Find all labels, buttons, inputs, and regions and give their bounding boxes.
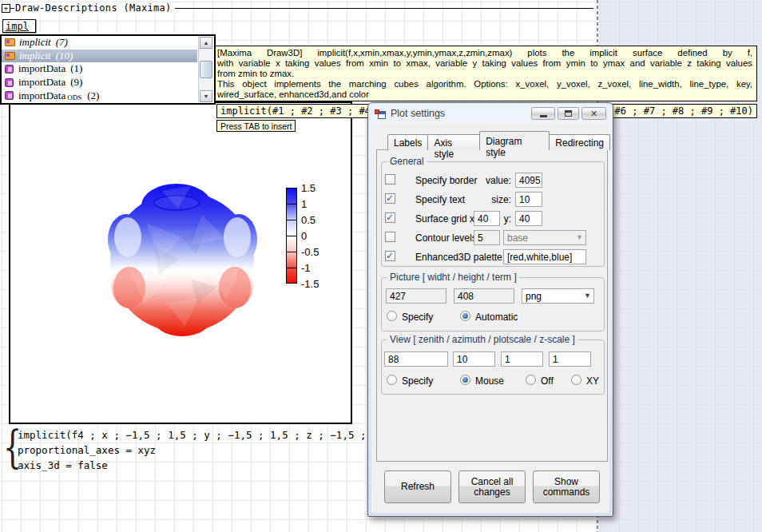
size-label: size:	[458, 194, 511, 205]
tab-labels[interactable]: Labels	[387, 134, 428, 150]
specify-text-checkbox[interactable]	[385, 193, 395, 204]
tooltip-line: wired_surface, enhanced3d,and color	[217, 89, 752, 100]
picture-height-field[interactable]: 408	[454, 288, 514, 304]
item-label: importData	[18, 62, 65, 75]
section-title: Draw-Descriptions (Maxima)	[14, 2, 175, 14]
plot-settings-dialog: Plot settings ✕ Labels Axis style Diagra…	[367, 102, 613, 517]
scroll-down-icon[interactable]: ▼	[200, 90, 212, 102]
plot-canvas[interactable]: 1.5 1 0.5 0 -0.5 -1 -1.5	[9, 101, 352, 424]
item-count: (2)	[87, 89, 99, 102]
autocomplete-item-selected[interactable]: implicit (10)	[2, 50, 197, 63]
autocomplete-item[interactable]: importData (1)	[2, 62, 197, 76]
view-mouse-radio[interactable]	[460, 375, 470, 385]
view-xy-label: XY	[586, 375, 599, 387]
autocomplete-item[interactable]: implicit (7)	[2, 36, 197, 50]
window-icon	[375, 109, 386, 119]
value-label: value:	[458, 175, 511, 186]
contour-type-select[interactable]: base ▼	[503, 230, 586, 245]
autocomplete-popup: implicit (7) implicit (10) importData (1…	[0, 34, 216, 105]
picture-automatic-radio[interactable]	[460, 311, 470, 321]
scroll-thumb[interactable]	[200, 61, 212, 78]
view-specify-radio[interactable]	[387, 375, 397, 385]
item-label: importData	[18, 76, 65, 89]
text-size-field[interactable]: 10	[515, 192, 542, 207]
data-icon	[5, 65, 14, 73]
show-commands-button[interactable]: Show commands	[533, 470, 600, 503]
tab-redirecting[interactable]: Redirecting	[549, 134, 610, 150]
surface-grid-label: Surface grid x:	[415, 213, 477, 224]
surface-grid-checkbox[interactable]	[385, 212, 395, 223]
colorbar-tick: -1	[301, 262, 333, 274]
contour-levels-checkbox[interactable]	[385, 232, 395, 242]
scrollbar[interactable]: ▲ ▼	[198, 37, 213, 102]
code-line[interactable]: implicit(f4 ; x ; −1,5 ; 1,5 ; y ; −1,5 …	[18, 429, 396, 441]
view-off-label: Off	[541, 375, 554, 387]
cell-input[interactable]: impl	[2, 19, 36, 33]
function-help-tooltip: [Maxima Draw3D] implicit(f,x,xmin,xmax,y…	[212, 46, 757, 101]
code-line[interactable]: proportional_axes = xyz	[18, 444, 156, 456]
autocomplete-item[interactable]: importData ODS (2)	[2, 89, 197, 102]
zenith-field[interactable]: 88	[384, 351, 448, 367]
section-collapse-icon[interactable]: +	[2, 4, 10, 13]
palette-field[interactable]: [red,white,blue]	[503, 249, 586, 264]
function-icon	[5, 52, 15, 60]
dialog-titlebar[interactable]: Plot settings ✕	[368, 103, 613, 124]
tab-page-diagram-style: General Specify border value: 4095 Speci…	[376, 149, 608, 462]
contour-levels-label: Contour levels:	[415, 232, 479, 244]
colorbar-tick: 1.5	[301, 182, 333, 194]
scroll-up-icon[interactable]: ▲	[200, 37, 212, 49]
implicit-surface	[10, 103, 351, 423]
enhanced3d-checkbox[interactable]	[385, 251, 395, 261]
minimize-button[interactable]	[531, 107, 555, 120]
azimuth-field[interactable]: 10	[453, 351, 495, 367]
tooltip-line: from zmin to zmax.	[217, 69, 752, 79]
view-off-radio[interactable]	[526, 375, 536, 385]
function-icon	[5, 38, 15, 46]
general-group-title: General	[387, 156, 427, 167]
item-count: (1)	[70, 62, 82, 75]
colorbar-tick: 0	[301, 230, 333, 242]
item-label: importData	[18, 89, 65, 102]
picture-term-select[interactable]: png ▼	[522, 288, 594, 304]
code-line[interactable]: axis_3d = false	[18, 459, 108, 471]
view-specify-label: Specify	[402, 375, 433, 387]
item-count: (9)	[70, 76, 82, 89]
y-label: y:	[490, 213, 511, 224]
dialog-client: Labels Axis style Diagram style Redirect…	[371, 124, 609, 513]
tab-axis-style[interactable]: Axis style	[427, 134, 480, 150]
colorbar-tick: 1	[301, 198, 333, 210]
minimize-icon	[540, 115, 547, 117]
border-value-field[interactable]: 4095	[515, 173, 542, 188]
item-label: implicit	[19, 50, 51, 62]
data-icon	[5, 78, 14, 87]
tooltip-line: [Maxima Draw3D] implicit(f,x,xmin,xmax,y…	[217, 48, 752, 58]
data-icon	[5, 91, 14, 100]
contour-levels-field[interactable]: 5	[474, 230, 500, 245]
picture-specify-radio[interactable]	[387, 311, 397, 321]
general-group: General Specify border value: 4095 Speci…	[381, 161, 605, 267]
zscale-field[interactable]: 1	[549, 351, 591, 367]
picture-width-field[interactable]: 427	[386, 288, 446, 304]
view-mouse-label: Mouse	[475, 375, 504, 387]
view-xy-radio[interactable]	[571, 375, 581, 385]
tooltip-line: with variable x taking values from xmin …	[217, 58, 752, 69]
surface-grid-y-field[interactable]: 40	[515, 211, 542, 226]
refresh-button[interactable]: Refresh	[384, 470, 451, 503]
item-subscript: ODS	[67, 93, 81, 101]
close-button[interactable]: ✕	[581, 107, 606, 120]
colorbar-tick: -1.5	[301, 278, 333, 290]
specify-border-checkbox[interactable]	[385, 174, 395, 185]
autocomplete-item[interactable]: importData (9)	[2, 76, 197, 89]
view-group-title: View [ zenith / azimuth / plotscale / z-…	[387, 334, 577, 345]
plotscale-field[interactable]: 1	[501, 351, 543, 367]
contour-type-value: base	[507, 232, 528, 244]
maximize-button[interactable]	[558, 107, 579, 120]
tooltip-line: This object implements the marching cube…	[217, 79, 752, 89]
item-count: (10)	[56, 50, 73, 62]
view-group: View [ zenith / azimuth / plotscale / z-…	[381, 339, 605, 395]
colorbar-tick: 0.5	[301, 214, 333, 226]
close-icon: ✕	[590, 109, 597, 118]
tab-diagram-style[interactable]: Diagram style	[479, 131, 550, 150]
chevron-down-icon: ▼	[584, 292, 591, 300]
cancel-all-changes-button[interactable]: Cancel all changes	[458, 470, 526, 503]
